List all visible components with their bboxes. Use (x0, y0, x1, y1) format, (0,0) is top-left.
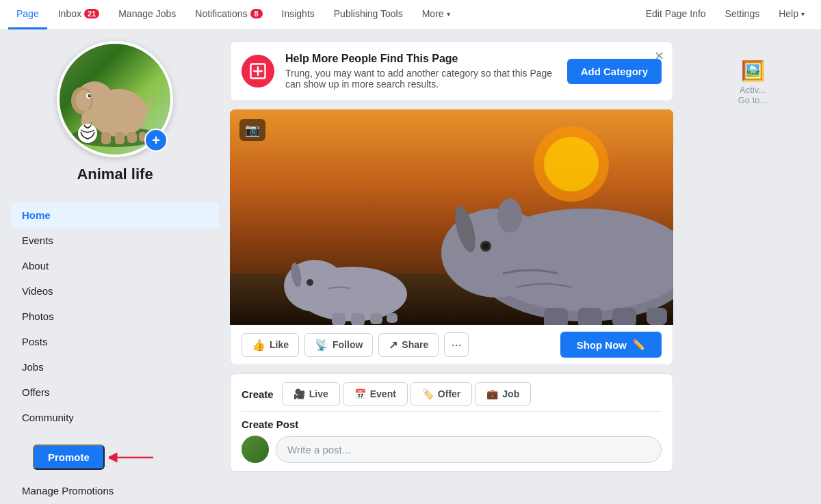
page-layout: + Animal life Home Events About Videos P… (0, 30, 821, 504)
sidebar-item-jobs[interactable]: Jobs (11, 354, 219, 380)
right-sidebar-label: Activ... (740, 85, 766, 95)
nav-item-insights[interactable]: Insights (274, 0, 323, 29)
svg-rect-7 (115, 132, 125, 144)
right-sidebar: 🖼️ Activ... Go to... (684, 30, 821, 504)
svg-rect-8 (127, 132, 137, 143)
svg-point-38 (307, 279, 313, 286)
share-icon: ↗ (389, 339, 398, 352)
offer-label: Offer (438, 388, 460, 399)
promote-button[interactable]: Promote (33, 445, 105, 470)
camera-icon-cover[interactable]: 📷 (239, 119, 265, 141)
post-input[interactable]: Write a post... (276, 436, 662, 463)
offer-icon: 🏷️ (422, 388, 434, 399)
nav-left: Page Inbox 21 Manage Jobs Notifications … (8, 0, 458, 29)
nav-item-edit-page-info[interactable]: Edit Page Info (638, 0, 714, 29)
job-button[interactable]: 💼 Job (475, 382, 531, 406)
create-buttons-row: Create 🎥 Live 📅 Event 🏷️ Offer 💼 Job (242, 382, 662, 412)
right-sidebar-sublabel: Go to... (738, 95, 768, 105)
close-banner-button[interactable]: ✕ (654, 49, 664, 64)
nav-item-help[interactable]: Help ▾ (770, 0, 813, 29)
sidebar-item-community[interactable]: Community (11, 405, 219, 430)
sidebar-item-events[interactable]: Events (11, 228, 219, 253)
sidebar-item-photos[interactable]: Photos (11, 304, 219, 329)
shop-now-label: Shop Now (577, 339, 627, 351)
rss-icon: 📡 (315, 339, 328, 352)
svg-rect-33 (612, 308, 636, 325)
share-label: Share (402, 339, 428, 350)
job-icon: 💼 (486, 388, 498, 399)
svg-rect-32 (578, 308, 602, 325)
cover-photo: 📷 (230, 109, 673, 325)
nav-item-page[interactable]: Page (8, 0, 47, 29)
nav-help-label: Help (779, 8, 798, 19)
help-dropdown-icon: ▾ (801, 10, 805, 18)
sidebar-nav: Home Events About Videos Photos Posts Jo… (11, 202, 219, 503)
nav-item-inbox[interactable]: Inbox 21 (50, 0, 108, 29)
thumbs-up-icon: 👍 (252, 339, 265, 352)
notification-text-block: Help More People Find This Page Trung, y… (285, 53, 556, 90)
notifications-badge: 8 (250, 9, 263, 18)
image-icon: 🖼️ (741, 59, 765, 82)
sidebar: + Animal life Home Events About Videos P… (0, 30, 219, 504)
svg-rect-34 (647, 308, 667, 325)
sidebar-divider (11, 433, 219, 434)
nav-more-label: More (422, 8, 444, 19)
create-post-label: Create Post (242, 419, 662, 430)
top-navigation: Page Inbox 21 Manage Jobs Notifications … (0, 0, 821, 30)
follow-button[interactable]: 📡 Follow (304, 333, 373, 357)
nav-item-manage-jobs[interactable]: Manage Jobs (110, 0, 184, 29)
svg-point-28 (497, 198, 522, 233)
notification-description: Trung, you may want to add another categ… (285, 68, 556, 90)
nav-item-settings[interactable]: Settings (717, 0, 768, 29)
more-dropdown-icon: ▾ (447, 10, 450, 18)
action-bar: 👍 Like 📡 Follow ↗ Share ··· Shop Now ✏️ (230, 325, 673, 365)
create-post-area: Write a post... (242, 436, 662, 463)
svg-point-19 (544, 137, 599, 191)
post-avatar (242, 436, 269, 463)
manage-promotions-link[interactable]: Manage Promotions (11, 478, 219, 503)
nav-item-more[interactable]: More ▾ (414, 0, 458, 29)
sidebar-item-home[interactable]: Home (11, 202, 219, 228)
more-actions-button[interactable]: ··· (444, 332, 469, 357)
event-button[interactable]: 📅 Event (343, 382, 408, 406)
main-content: Help More People Find This Page Trung, y… (219, 30, 684, 504)
nav-item-notifications[interactable]: Notifications 8 (187, 0, 270, 29)
live-icon: 🎥 (294, 388, 305, 399)
rhino-illustration (230, 109, 673, 325)
profile-section: + Animal life (11, 41, 219, 200)
job-label: Job (502, 388, 519, 399)
share-button[interactable]: ↗ Share (378, 333, 439, 357)
add-photo-button[interactable]: + (144, 129, 168, 152)
svg-point-12 (90, 95, 91, 96)
page-name: Animal life (77, 165, 153, 183)
svg-rect-42 (387, 313, 398, 323)
red-arrow-annotation (109, 444, 157, 471)
nav-notifications-label: Notifications (195, 8, 247, 19)
nav-item-publishing-tools[interactable]: Publishing Tools (326, 0, 411, 29)
offer-button[interactable]: 🏷️ Offer (410, 382, 472, 406)
svg-rect-6 (101, 132, 111, 144)
event-label: Event (370, 388, 396, 399)
follow-label: Follow (333, 339, 363, 350)
sidebar-item-videos[interactable]: Videos (11, 278, 219, 304)
notification-icon (242, 55, 274, 88)
inbox-badge: 21 (84, 9, 99, 18)
sidebar-item-about[interactable]: About (11, 253, 219, 278)
create-row: Create 🎥 Live 📅 Event 🏷️ Offer 💼 Job (230, 373, 673, 472)
pencil-icon: ✏️ (632, 339, 645, 351)
add-category-button[interactable]: Add Category (567, 59, 662, 84)
notification-banner: Help More People Find This Page Trung, y… (230, 41, 673, 101)
nav-inbox-label: Inbox (58, 8, 81, 19)
promote-section: Promote (22, 440, 116, 474)
live-label: Live (309, 388, 328, 399)
sidebar-item-offers[interactable]: Offers (11, 380, 219, 405)
event-icon: 📅 (354, 388, 366, 399)
avatar-wrapper: + (57, 41, 173, 157)
search-icon (248, 62, 268, 81)
like-button[interactable]: 👍 Like (242, 333, 299, 357)
live-button[interactable]: 🎥 Live (282, 382, 340, 406)
notification-title: Help More People Find This Page (285, 53, 556, 65)
sidebar-item-posts[interactable]: Posts (11, 329, 219, 354)
shop-now-button[interactable]: Shop Now ✏️ (560, 332, 662, 358)
nav-right: Edit Page Info Settings Help ▾ (638, 0, 813, 29)
